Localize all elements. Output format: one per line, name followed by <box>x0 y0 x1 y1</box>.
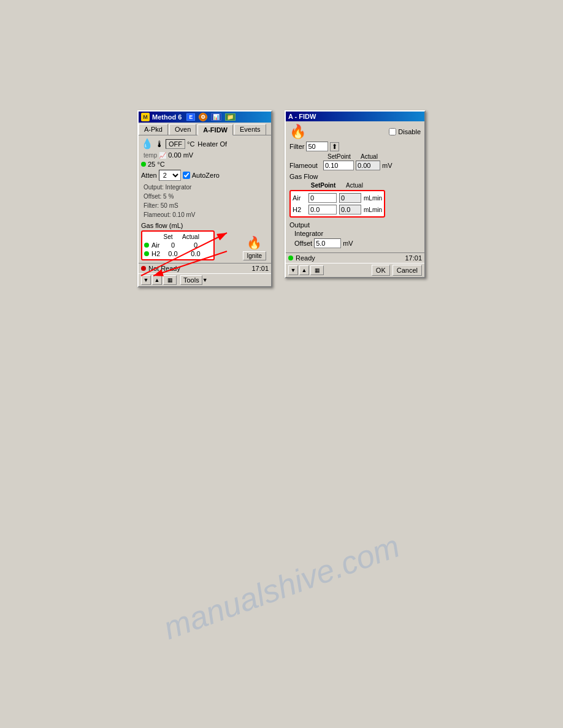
tab-apkd[interactable]: A-Pkd <box>139 124 168 135</box>
air-actual-val: 0 <box>185 241 207 249</box>
actual-header: Actual <box>357 153 381 160</box>
temp-sub-label: temp <box>144 152 157 159</box>
gas-flow-section: Gas flow (mL) Set Actual Air 0 0 <box>141 222 269 260</box>
air-set-val: 0 <box>164 241 182 249</box>
air-status-dot <box>144 243 149 248</box>
watermark: manualshive.com <box>159 528 405 647</box>
fidw-status-dot <box>288 256 293 260</box>
ignite-button[interactable]: Ignite <box>243 251 266 260</box>
atten-select[interactable]: 2 4 8 <box>159 170 181 181</box>
h2-actual-val: 0.0 <box>185 250 207 257</box>
gas-air-row: Air 0 0 <box>144 241 212 249</box>
fidw-title: A - FIDW <box>288 113 316 120</box>
tab-oven[interactable]: Oven <box>169 124 196 135</box>
disable-row: Disable <box>389 128 421 135</box>
flame-icon: 🔥 <box>247 235 262 250</box>
heater-label: Heater Of <box>197 140 227 148</box>
temp-actual-val: 25 <box>148 161 155 168</box>
fidw-window: A - FIDW 🔥 Disable Filter 50 ⬆ SetPoint … <box>285 110 426 278</box>
setpoint-header: SetPoint <box>324 153 354 160</box>
method-window: M Method 6 E ⚙ 📊 📁 A-Pkd Oven A-FIDW Eve… <box>137 110 272 287</box>
heater-row: 💧 🌡 OFF °C Heater Of <box>141 138 269 150</box>
gas-flow-table: Set Actual Air 0 0 H2 0.0 <box>141 230 215 260</box>
tab-afidw[interactable]: A-FIDW <box>197 124 233 135</box>
method-badge1: E <box>186 113 195 121</box>
gas-header-row: Set Actual <box>144 233 212 240</box>
gas-flow-label: Gas flow (mL) <box>141 222 269 229</box>
autozero-label: AutoZero <box>192 172 220 179</box>
integrator-label: Integrator <box>294 230 323 237</box>
method-titlebar: M Method 6 E ⚙ 📊 📁 <box>139 112 271 123</box>
fidw-flame-icon: 🔥 <box>289 124 306 140</box>
tab-bar: A-Pkd Oven A-FIDW Events <box>139 123 271 135</box>
thermometer-icon: 🌡 <box>155 139 164 149</box>
gas-flow-fidw-label: Gas Flow <box>289 173 421 180</box>
tab-events[interactable]: Events <box>234 124 266 135</box>
air-label: Air <box>151 241 161 249</box>
heater-off-btn[interactable]: OFF <box>166 139 185 149</box>
integrator-row: Integrator Offset mV <box>289 230 421 248</box>
fidw-status-bar: Ready 17:01 <box>286 252 424 263</box>
ok-button[interactable]: OK <box>372 265 390 276</box>
temp-unit: °C <box>187 140 194 148</box>
fidw-h2-unit: mLmin <box>364 207 382 213</box>
output-section: Output Integrator Offset mV <box>289 221 421 248</box>
cancel-button[interactable]: Cancel <box>393 265 422 276</box>
fidw-h2-label: H2 <box>293 206 306 213</box>
fidw-toolbar: ▼ ▲ ▦ OK Cancel <box>286 263 424 277</box>
fidw-action-btns: OK Cancel <box>372 265 422 276</box>
chart-icon: 📈 <box>159 152 166 159</box>
actual-header: Actual <box>180 233 202 240</box>
tools-button[interactable]: Tools <box>180 275 202 285</box>
method-title: Method 6 <box>152 113 182 121</box>
fidw-air-unit: mLmin <box>364 195 382 202</box>
method-badge4: 📁 <box>225 113 236 121</box>
disable-checkbox[interactable] <box>389 128 396 135</box>
method-status-text: Not Ready <box>148 265 249 272</box>
fidw-time: 17:01 <box>405 254 422 262</box>
fidw-h2-row: H2 mLmin <box>293 205 382 214</box>
grid-nav-btn[interactable]: ▦ <box>163 275 177 285</box>
fidw-air-setpoint-input[interactable] <box>308 193 337 203</box>
disable-label: Disable <box>398 128 421 135</box>
method-time: 17:01 <box>251 265 269 272</box>
output-label: Output <box>289 221 310 229</box>
ignite-section: 🔥 Ignite <box>243 235 266 260</box>
fidw-content: 🔥 Disable Filter 50 ⬆ SetPoint Actual Fl… <box>286 121 424 252</box>
set-header: Set <box>159 233 177 240</box>
down-nav-btn[interactable]: ▼ <box>141 275 151 285</box>
gas-flow-fidw-section: Gas Flow SetPoint Actual Air mLmin <box>289 173 421 219</box>
filter-spinner[interactable]: ⬆ <box>330 142 339 151</box>
output-info: Output: Integrator Offset: 5 % Filter: 5… <box>144 183 269 219</box>
h2-label: H2 <box>151 250 161 257</box>
fidw-h2-actual-input <box>339 205 361 214</box>
water-drop-icon: 💧 <box>141 138 153 150</box>
fidw-air-actual-input <box>339 193 361 203</box>
gas-fidw-headers: SetPoint Actual <box>289 182 421 189</box>
fidw-grid-btn[interactable]: ▦ <box>310 265 324 275</box>
up-nav-btn[interactable]: ▲ <box>152 275 162 285</box>
fidw-down-btn[interactable]: ▼ <box>288 265 298 275</box>
sp-actual-headers: SetPoint Actual <box>289 153 421 160</box>
flameout-actual-input <box>356 161 380 170</box>
temp-row: temp 📈 0.00 mV <box>144 151 269 159</box>
flameout-setpoint-input[interactable] <box>323 161 354 170</box>
flameout-unit: mV <box>382 162 393 169</box>
autozero-checkbox[interactable] <box>183 172 190 179</box>
atten-row: Atten 2 4 8 AutoZero <box>141 170 269 181</box>
temp-unit2: °C <box>157 161 164 168</box>
fidw-h2-setpoint-input[interactable] <box>308 205 337 214</box>
flameout-label: Flameout <box>289 162 321 169</box>
fidw-up-btn[interactable]: ▲ <box>299 265 309 275</box>
filter-input[interactable]: 50 <box>306 142 328 151</box>
offset-unit: mV <box>343 240 353 247</box>
tools-dropdown[interactable]: Tools ▼ <box>180 275 208 285</box>
offset-label: Offset <box>294 240 312 247</box>
fidw-top-row: 🔥 Disable <box>289 124 421 140</box>
atten-label: Atten <box>141 172 157 179</box>
gas-h2-row: H2 0.0 0.0 <box>144 250 212 257</box>
gas-setpoint-box: Air mLmin H2 mLmin <box>289 190 385 218</box>
filter-label: Filter <box>289 143 304 150</box>
fidw-titlebar: A - FIDW <box>286 112 424 121</box>
offset-input[interactable] <box>314 238 341 248</box>
